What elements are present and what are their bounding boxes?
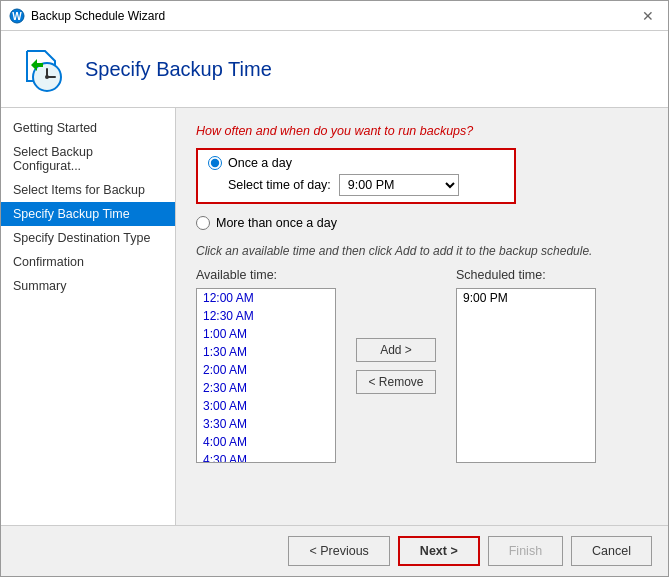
header: Specify Backup Time [1,31,668,108]
available-time-item[interactable]: 4:00 AM [197,433,335,451]
select-time-label: Select time of day: [228,178,331,192]
sidebar-item-select-backup-configuration[interactable]: Select Backup Configurat... [1,140,175,178]
main-content: How often and when do you want to run ba… [176,108,668,525]
sidebar-item-summary[interactable]: Summary [1,274,175,298]
action-buttons: Add > < Remove [356,268,436,463]
content: Getting StartedSelect Backup Configurat.… [1,108,668,525]
next-button[interactable]: Next > [398,536,480,566]
more-than-once-radio[interactable] [196,216,210,230]
once-a-day-label: Once a day [228,156,292,170]
once-a-day-radio[interactable] [208,156,222,170]
sidebar: Getting StartedSelect Backup Configurat.… [1,108,176,525]
previous-button[interactable]: < Previous [288,536,389,566]
time-dropdown[interactable]: 12:00 AM12:30 AM1:00 AM1:30 AM2:00 AM2:3… [339,174,459,196]
sidebar-item-getting-started[interactable]: Getting Started [1,116,175,140]
available-time-item[interactable]: 1:30 AM [197,343,335,361]
time-select-row: Select time of day: 12:00 AM12:30 AM1:00… [208,174,504,196]
available-time-col: Available time: 12:00 AM12:30 AM1:00 AM1… [196,268,336,463]
available-time-item[interactable]: 12:00 AM [197,289,335,307]
sidebar-item-specify-destination-type[interactable]: Specify Destination Type [1,226,175,250]
more-than-once-label: More than once a day [216,216,337,230]
available-time-item[interactable]: 3:30 AM [197,415,335,433]
available-time-item[interactable]: 3:00 AM [197,397,335,415]
scheduled-time-label: Scheduled time: [456,268,596,282]
available-time-label: Available time: [196,268,336,282]
cancel-button[interactable]: Cancel [571,536,652,566]
wizard-icon: W [9,8,25,24]
sidebar-item-specify-backup-time[interactable]: Specify Backup Time [1,202,175,226]
title-bar-left: W Backup Schedule Wizard [9,8,165,24]
available-time-item[interactable]: 2:00 AM [197,361,335,379]
schedule-info: Click an available time and then click A… [196,244,648,258]
once-a-day-box: Once a day Select time of day: 12:00 AM1… [196,148,516,204]
window: W Backup Schedule Wizard ✕ Specify Backu… [0,0,669,577]
finish-button[interactable]: Finish [488,536,563,566]
header-icon [17,43,69,95]
available-time-item[interactable]: 1:00 AM [197,325,335,343]
scheduled-time-item: 9:00 PM [457,289,595,307]
available-time-list[interactable]: 12:00 AM12:30 AM1:00 AM1:30 AM2:00 AM2:3… [196,288,336,463]
time-columns: Available time: 12:00 AM12:30 AM1:00 AM1… [196,268,648,463]
more-than-once-option: More than once a day [196,212,648,234]
once-a-day-row: Once a day [208,156,504,170]
available-time-item[interactable]: 2:30 AM [197,379,335,397]
window-title: Backup Schedule Wizard [31,9,165,23]
add-button[interactable]: Add > [356,338,436,362]
scheduled-time-list[interactable]: 9:00 PM [456,288,596,463]
footer: < Previous Next > Finish Cancel [1,525,668,576]
scheduled-time-col: Scheduled time: 9:00 PM [456,268,596,463]
page-title: Specify Backup Time [85,58,272,81]
close-button[interactable]: ✕ [636,6,660,26]
svg-text:W: W [12,11,22,22]
title-bar: W Backup Schedule Wizard ✕ [1,1,668,31]
available-time-item[interactable]: 12:30 AM [197,307,335,325]
remove-button[interactable]: < Remove [356,370,436,394]
sidebar-item-confirmation[interactable]: Confirmation [1,250,175,274]
question-label: How often and when do you want to run ba… [196,124,648,138]
sidebar-item-select-items-for-backup[interactable]: Select Items for Backup [1,178,175,202]
svg-point-5 [45,75,49,79]
available-time-item[interactable]: 4:30 AM [197,451,335,463]
